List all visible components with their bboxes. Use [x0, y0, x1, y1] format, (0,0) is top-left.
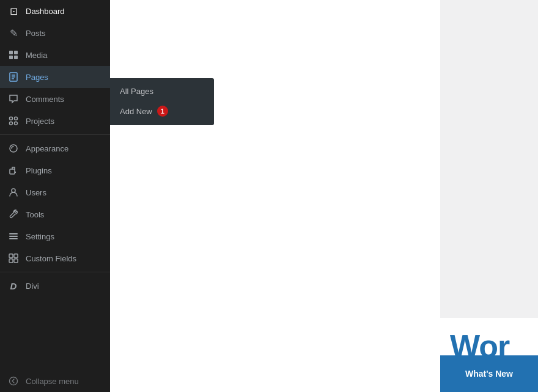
svg-point-11	[15, 122, 18, 125]
svg-rect-14	[9, 233, 18, 234]
add-new-label: Add New	[120, 107, 152, 116]
svg-point-13	[12, 189, 15, 192]
sidebar-label-tools: Tools	[26, 210, 44, 219]
svg-rect-1	[14, 51, 18, 54]
sidebar: ⊡ Dashboard ✎ Posts Media Pages	[0, 0, 110, 392]
tools-icon	[7, 208, 20, 220]
sidebar-label-media: Media	[26, 51, 47, 60]
pages-submenu: All Pages Add New 1	[110, 78, 214, 125]
sidebar-item-media[interactable]: Media	[0, 44, 110, 66]
svg-rect-19	[9, 259, 13, 263]
plugins-icon	[7, 164, 20, 176]
users-icon	[7, 186, 20, 198]
sidebar-item-custom-fields[interactable]: Custom Fields	[0, 247, 110, 269]
custom-fields-icon	[7, 252, 20, 264]
svg-point-21	[10, 377, 18, 385]
sidebar-item-collapse[interactable]: Collapse menu	[0, 370, 110, 392]
sidebar-label-plugins: Plugins	[26, 166, 52, 175]
svg-rect-12	[10, 169, 15, 174]
sidebar-label-collapse: Collapse menu	[26, 377, 79, 386]
right-panel: Wor Building mo What's New	[440, 0, 538, 392]
sidebar-label-divi: Divi	[26, 281, 39, 291]
sidebar-item-pages[interactable]: Pages	[0, 66, 110, 88]
sidebar-label-dashboard: Dashboard	[26, 7, 65, 16]
dashboard-icon: ⊡	[7, 5, 20, 17]
pages-icon	[7, 71, 20, 83]
sidebar-item-comments[interactable]: Comments	[0, 88, 110, 110]
svg-rect-17	[9, 254, 13, 258]
add-new-badge: 1	[157, 106, 168, 117]
sidebar-item-settings[interactable]: Settings	[0, 225, 110, 247]
svg-rect-3	[14, 56, 18, 59]
posts-icon: ✎	[7, 27, 20, 39]
svg-rect-0	[9, 51, 13, 54]
svg-rect-20	[14, 259, 18, 263]
settings-icon	[7, 230, 20, 242]
right-panel-top	[440, 0, 538, 318]
sidebar-label-posts: Posts	[26, 29, 46, 38]
sidebar-item-dashboard[interactable]: ⊡ Dashboard	[0, 0, 110, 22]
sidebar-label-projects: Projects	[26, 117, 54, 126]
svg-rect-16	[9, 238, 18, 239]
projects-icon	[7, 115, 20, 127]
sidebar-item-projects[interactable]: Projects	[0, 110, 110, 132]
sidebar-label-users: Users	[26, 188, 46, 197]
submenu-all-pages[interactable]: All Pages	[110, 82, 214, 101]
svg-point-9	[15, 117, 18, 120]
sidebar-label-settings: Settings	[26, 232, 54, 241]
sidebar-item-appearance[interactable]: Appearance	[0, 137, 110, 159]
sidebar-item-plugins[interactable]: Plugins	[0, 159, 110, 181]
sidebar-item-users[interactable]: Users	[0, 181, 110, 203]
divi-icon: D	[7, 280, 20, 292]
sidebar-item-divi[interactable]: D Divi	[0, 275, 110, 297]
svg-point-10	[10, 122, 13, 125]
collapse-icon	[7, 375, 20, 387]
main-content: Wor Building mo What's New	[110, 0, 538, 392]
sidebar-label-custom-fields: Custom Fields	[26, 254, 76, 263]
appearance-icon	[7, 142, 20, 154]
sidebar-label-comments: Comments	[26, 95, 64, 104]
svg-rect-2	[9, 56, 13, 59]
submenu-add-new[interactable]: Add New 1	[110, 101, 214, 122]
sidebar-separator-1	[0, 134, 110, 135]
media-icon	[7, 49, 20, 61]
sidebar-item-posts[interactable]: ✎ Posts	[0, 22, 110, 44]
sidebar-separator-2	[0, 272, 110, 272]
sidebar-item-tools[interactable]: Tools	[0, 203, 110, 225]
all-pages-label: All Pages	[120, 87, 153, 96]
sidebar-label-pages: Pages	[26, 73, 48, 82]
svg-rect-18	[14, 254, 18, 258]
svg-rect-15	[9, 236, 18, 237]
comments-icon	[7, 93, 20, 105]
svg-point-8	[10, 117, 13, 120]
whats-new-button[interactable]: What's New	[440, 355, 538, 392]
sidebar-label-appearance: Appearance	[26, 144, 68, 153]
